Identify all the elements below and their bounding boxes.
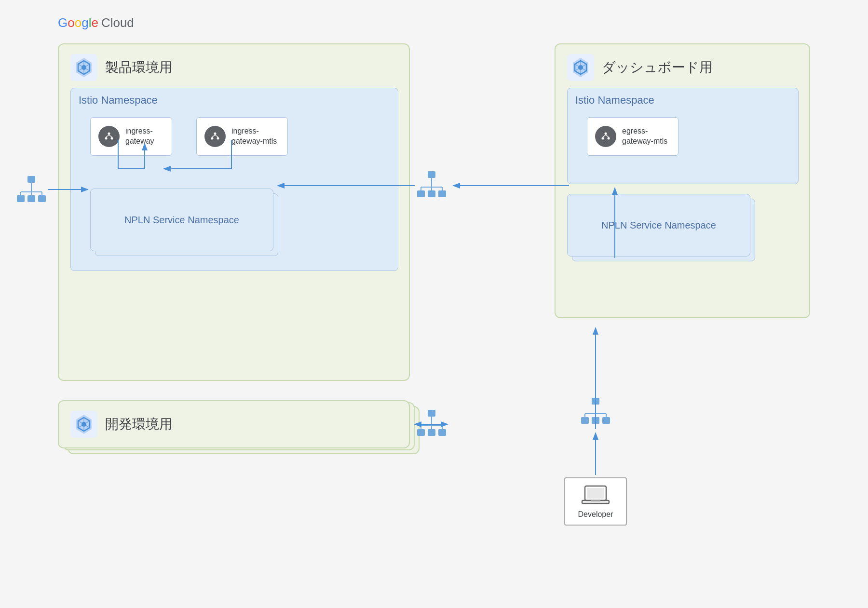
developer-label: Developer <box>578 510 613 519</box>
ingress-gateway-mtls-icon <box>204 126 226 147</box>
svg-rect-63 <box>591 500 600 502</box>
svg-rect-52 <box>581 417 589 424</box>
svg-point-3 <box>108 133 110 135</box>
svg-point-15 <box>578 65 583 70</box>
svg-point-23 <box>81 422 86 427</box>
ext-network-icon-middle <box>415 169 448 203</box>
svg-point-19 <box>608 137 610 140</box>
svg-rect-26 <box>27 195 35 202</box>
dashboard-cluster-label: ダッシュボード用 <box>602 58 713 77</box>
dashboard-cluster-header: ダッシュボード用 <box>567 54 713 81</box>
svg-point-5 <box>111 137 113 140</box>
ingress-gateway-icon <box>98 126 120 147</box>
svg-rect-42 <box>428 410 435 417</box>
cloud-text: Cloud <box>101 15 134 30</box>
svg-rect-43 <box>417 429 425 436</box>
dashboard-npln-label: NPLN Service Namespace <box>601 218 716 232</box>
egress-gateway-mtls-box: egress-gateway-mtls <box>587 117 678 156</box>
page-container: Google Cloud 製品環境用 Istio Na <box>0 0 868 608</box>
dashboard-gke-icon <box>567 54 594 81</box>
prod-istio-label: Istio Namespace <box>79 94 158 107</box>
svg-rect-44 <box>428 429 435 436</box>
svg-point-1 <box>81 65 86 70</box>
google-cloud-logo: Google Cloud <box>58 15 134 30</box>
diagram-area: 製品環境用 Istio Namespace <box>58 43 810 569</box>
laptop-icon <box>581 484 610 506</box>
svg-rect-33 <box>428 171 435 178</box>
dev-cluster: 開発環境用 <box>58 400 410 448</box>
prod-cluster-label: 製品環境用 <box>105 58 173 77</box>
svg-rect-61 <box>587 488 604 499</box>
prod-cluster-header: 製品環境用 <box>70 54 173 81</box>
svg-point-4 <box>105 137 108 140</box>
svg-rect-54 <box>602 417 610 424</box>
google-text: Google <box>58 15 98 30</box>
egress-gateway-mtls-icon <box>595 126 616 147</box>
svg-rect-36 <box>438 190 446 197</box>
svg-rect-35 <box>428 190 435 197</box>
ingress-gateway-label: ingress-gateway <box>125 126 154 147</box>
developer-box: Developer <box>564 477 627 526</box>
svg-rect-27 <box>38 195 46 202</box>
ext-node-middle <box>415 169 448 204</box>
ingress-gateway-mtls-box: ingress-gateway-mtls <box>196 117 288 156</box>
svg-point-10 <box>211 137 214 140</box>
svg-point-11 <box>217 137 219 140</box>
developer-cluster-node <box>579 395 612 431</box>
prod-gke-icon <box>70 54 97 81</box>
dev-cluster-header: 開発環境用 <box>70 411 173 438</box>
svg-rect-34 <box>417 190 425 197</box>
ext-node-dev <box>415 407 448 443</box>
prod-npln-namespace: NPLN Service Namespace <box>90 189 273 251</box>
dashboard-npln-namespace: NPLN Service Namespace <box>567 194 750 257</box>
prod-npln-label: NPLN Service Namespace <box>124 213 239 227</box>
dashboard-istio-namespace: Istio Namespace egress-gateway-mt <box>567 88 799 184</box>
svg-rect-51 <box>592 398 599 405</box>
dev-gke-icon <box>70 411 97 438</box>
svg-rect-45 <box>438 429 446 436</box>
svg-rect-24 <box>27 176 35 183</box>
prod-cluster: 製品環境用 Istio Namespace <box>58 43 410 381</box>
svg-rect-25 <box>17 195 25 202</box>
prod-istio-namespace: Istio Namespace ingress-gateway <box>70 88 398 271</box>
svg-point-18 <box>602 137 604 140</box>
dashboard-cluster: ダッシュボード用 Istio Namespace <box>555 43 810 318</box>
dev-cluster-label: 開発環境用 <box>105 415 173 433</box>
ext-network-icon-left <box>14 174 48 207</box>
svg-rect-53 <box>592 417 599 424</box>
svg-point-9 <box>214 133 217 135</box>
ext-network-icon-dev <box>415 407 448 441</box>
dashboard-istio-label: Istio Namespace <box>575 94 654 107</box>
ext-node-left <box>14 174 48 209</box>
svg-point-17 <box>605 133 607 135</box>
developer-cluster-icon <box>579 395 612 429</box>
egress-gateway-mtls-label: egress-gateway-mtls <box>622 126 667 147</box>
ingress-gateway-mtls-label: ingress-gateway-mtls <box>231 126 277 147</box>
ingress-gateway-box: ingress-gateway <box>90 117 172 156</box>
